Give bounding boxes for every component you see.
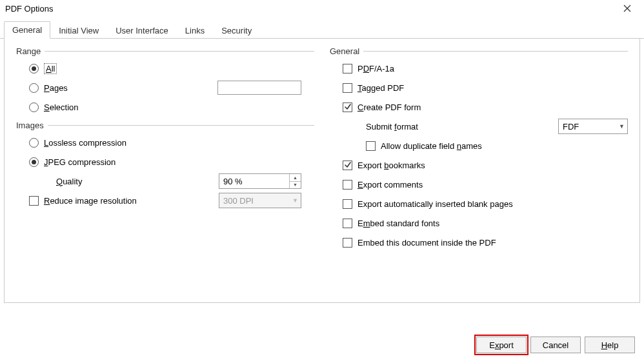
checkbox-embed-doc[interactable] <box>343 238 352 248</box>
radio-jpeg[interactable] <box>29 157 39 167</box>
left-column: Range All Pages Selection Images Lossles… <box>16 46 314 252</box>
tab-initial-view[interactable]: Initial View <box>50 22 107 39</box>
checkbox-tagged-label[interactable]: Tagged PDF <box>357 83 404 93</box>
checkbox-reduce-resolution[interactable] <box>29 196 39 206</box>
right-column: General PDF/A-1a Tagged PDF Create PDF f… <box>330 46 628 252</box>
radio-selection-label[interactable]: Selection <box>44 102 78 112</box>
checkbox-reduce-label[interactable]: Reduce image resolution <box>44 196 137 206</box>
submit-format-select[interactable]: FDF ▼ <box>558 119 628 134</box>
checkbox-allow-duplicate[interactable] <box>366 141 376 151</box>
dialog-footer: Export Cancel Help <box>476 337 635 353</box>
checkbox-embed-fonts[interactable] <box>343 219 352 228</box>
checkbox-export-blank-label[interactable]: Export automatically inserted blank page… <box>357 199 513 209</box>
checkbox-create-form-label[interactable]: Create PDF form <box>357 102 421 112</box>
checkbox-create-form[interactable] <box>343 102 352 112</box>
cancel-button[interactable]: Cancel <box>530 337 581 353</box>
checkbox-tagged[interactable] <box>343 83 352 93</box>
checkbox-export-bookmarks[interactable] <box>343 161 352 170</box>
chevron-down-icon: ▼ <box>619 123 625 130</box>
radio-all-label[interactable]: All <box>44 64 57 73</box>
help-button[interactable]: Help <box>585 337 635 353</box>
radio-all[interactable] <box>29 64 39 73</box>
close-button[interactable] <box>614 0 640 17</box>
checkbox-export-comments-label[interactable]: Export comments <box>357 180 423 190</box>
quality-spinner[interactable]: 90 % ▲ ▼ <box>219 173 301 189</box>
tab-links[interactable]: Links <box>177 22 213 39</box>
checkbox-export-comments[interactable] <box>343 180 352 190</box>
images-heading: Images <box>16 121 314 130</box>
submit-format-label: Submit format <box>366 122 418 132</box>
checkbox-allow-duplicate-label[interactable]: Allow duplicate field names <box>381 141 482 151</box>
radio-pages[interactable] <box>29 83 39 93</box>
radio-lossless[interactable] <box>29 138 39 148</box>
radio-selection[interactable] <box>29 102 39 112</box>
radio-lossless-label[interactable]: Lossless compression <box>44 138 126 148</box>
checkbox-embed-fonts-label[interactable]: Embed standard fonts <box>357 219 439 228</box>
reduce-dpi-select: 300 DPI ▼ <box>219 193 301 208</box>
checkbox-pdfa-label[interactable]: PDF/A-1a <box>357 64 394 73</box>
tab-security[interactable]: Security <box>213 22 260 39</box>
range-heading: Range <box>16 46 314 56</box>
checkbox-pdfa[interactable] <box>343 64 352 73</box>
pages-input[interactable] <box>217 81 301 95</box>
export-button[interactable]: Export <box>476 337 527 353</box>
tab-user-interface[interactable]: User Interface <box>107 22 177 39</box>
titlebar: PDF Options <box>0 0 644 17</box>
radio-jpeg-label[interactable]: JPEG compression <box>44 157 116 167</box>
checkbox-export-blank[interactable] <box>343 199 352 209</box>
chevron-down-icon: ▼ <box>292 197 298 204</box>
quality-spinner-down[interactable]: ▼ <box>290 182 301 189</box>
tab-general[interactable]: General <box>4 21 50 39</box>
checkbox-export-bookmarks-label[interactable]: Export bookmarks <box>357 161 425 170</box>
window-title: PDF Options <box>5 4 53 14</box>
close-icon <box>623 5 631 12</box>
general-heading: General <box>330 46 628 56</box>
quality-spinner-up[interactable]: ▲ <box>290 174 301 182</box>
quality-label: Quality <box>56 177 82 186</box>
radio-pages-label[interactable]: Pages <box>44 83 68 93</box>
checkbox-embed-doc-label[interactable]: Embed this document inside the PDF <box>357 238 496 248</box>
tab-strip: General Initial View User Interface Link… <box>0 21 644 39</box>
tab-content: Range All Pages Selection Images Lossles… <box>4 39 640 303</box>
